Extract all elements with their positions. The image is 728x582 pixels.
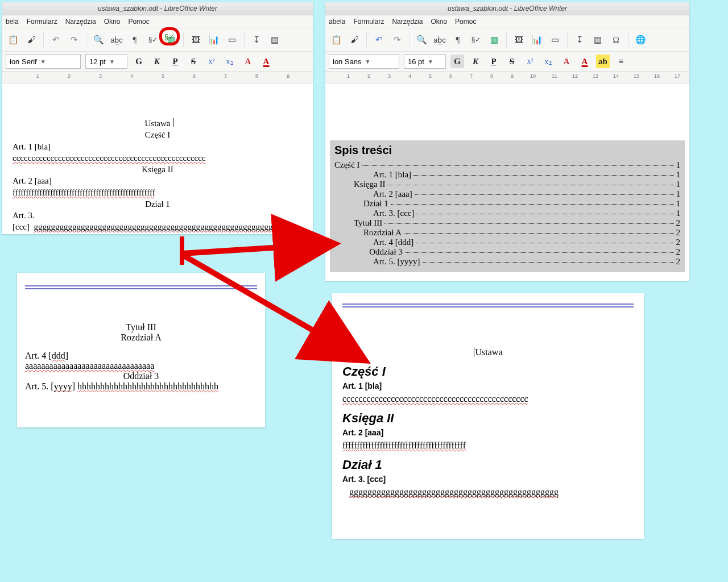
- menu-item[interactable]: Formularz: [27, 15, 57, 28]
- body-text: cccccccccccccccccccccccccccccccccccccccc…: [342, 394, 634, 404]
- pagebreak-icon[interactable]: ↧: [572, 32, 587, 47]
- special-char-icon[interactable]: Ω: [609, 32, 623, 47]
- legal-numbering-icon[interactable]: §✓: [469, 32, 483, 47]
- strike-button[interactable]: S: [187, 55, 200, 68]
- underline-button[interactable]: P: [487, 55, 500, 68]
- chevron-down-icon: ▼: [109, 59, 115, 65]
- italic-button[interactable]: K: [150, 55, 164, 68]
- hyperlink-icon[interactable]: 🌐: [633, 32, 648, 47]
- doc-title: Ustawa: [342, 347, 634, 357]
- redo-icon[interactable]: ↷: [390, 32, 404, 47]
- find-icon[interactable]: 🔍: [91, 32, 106, 47]
- align-button[interactable]: ≡: [614, 55, 628, 68]
- heading-art4: Art. 4 [ddd]: [25, 351, 257, 361]
- toc-row: Rozdział A2: [334, 228, 680, 238]
- heading-rozdzial: Rozdział A: [25, 332, 257, 343]
- toc-row: Księga II1: [334, 180, 680, 189]
- pagebreak-icon[interactable]: ↧: [249, 32, 264, 47]
- ruler: 12 34 56 78 910 1112 1314 1516 17: [325, 72, 689, 84]
- toc-title: Spis treści: [334, 144, 680, 157]
- formatting-marks-icon[interactable]: ¶: [127, 32, 142, 47]
- heading-art5: Art. 5. [yyyy] hhhhhhhhhhhhhhhhhhhhhhhhh…: [25, 381, 257, 392]
- format-paint-icon[interactable]: 🖌: [347, 32, 362, 47]
- body-text: aaaaaaaaaaaaaaaaaaaaaaaaaaaaaaaa: [25, 361, 257, 371]
- superscript-button[interactable]: x²: [523, 55, 537, 68]
- superscript-button[interactable]: x²: [205, 55, 218, 68]
- highlight-button[interactable]: ab: [596, 55, 610, 68]
- svg-line-1: [182, 246, 307, 253]
- heading-czesc: Część I: [13, 129, 303, 140]
- find-icon[interactable]: 🔍: [414, 32, 429, 47]
- textbox-icon[interactable]: ▭: [548, 32, 562, 47]
- underline-button[interactable]: P: [168, 55, 182, 68]
- subscript-button[interactable]: x₂: [223, 55, 237, 68]
- redo-icon[interactable]: ↷: [67, 32, 81, 47]
- menu-item[interactable]: Narzędzia: [65, 15, 96, 28]
- toc-row: Część I1: [334, 160, 680, 170]
- menubar[interactable]: abela Formularz Narzędzia Okno Pomoc: [325, 15, 689, 28]
- paste-icon[interactable]: 📋: [329, 32, 344, 47]
- chart-icon[interactable]: 📊: [530, 32, 544, 47]
- field-icon[interactable]: ▤: [267, 32, 282, 47]
- font-name: ion Serif: [10, 57, 37, 66]
- toolbar-main: 📋 🖌 ↶ ↷ 🔍 ab̲c ¶ §✓ ▦ 🖼 📊 ▭ ↧ ▤ §✓: [2, 28, 313, 52]
- bold-button[interactable]: G: [450, 55, 464, 68]
- font-color-button[interactable]: A: [259, 55, 273, 68]
- menu-item[interactable]: abela: [329, 15, 345, 28]
- separator: [43, 32, 44, 47]
- paste-icon[interactable]: 📋: [6, 32, 20, 47]
- font-size: 12 pt: [89, 57, 106, 66]
- heading-art2: Art. 2 [aaa]: [342, 428, 634, 437]
- spellcheck-icon[interactable]: ab̲c: [109, 32, 124, 47]
- body-text: gggggggggggggggggggggggggggggggggggggggg…: [349, 487, 634, 497]
- chart-icon[interactable]: 📊: [206, 32, 221, 47]
- field-icon[interactable]: ▤: [590, 32, 605, 47]
- heading-ksiega: Księga II: [13, 164, 303, 175]
- document-page[interactable]: Spis treści Część I1Art. 1 [bla]1Księga …: [325, 84, 689, 272]
- menu-item[interactable]: Pomoc: [128, 15, 149, 28]
- table-icon[interactable]: ▦: [487, 32, 502, 47]
- image-icon[interactable]: 🖼: [511, 32, 526, 47]
- clear-format-button[interactable]: A: [560, 55, 573, 68]
- separator: [366, 32, 367, 47]
- titlebar: ustawa_szablon.odt - LibreOffice Writer: [2, 2, 313, 15]
- toc-box: Spis treści Część I1Art. 1 [bla]1Księga …: [330, 140, 685, 272]
- menu-item[interactable]: Formularz: [353, 15, 384, 28]
- body-text: ffffffffffffffffffffffffffffffffffffffff…: [342, 440, 634, 451]
- image-icon[interactable]: 🖼: [188, 32, 203, 47]
- legal-numbering-icon[interactable]: §✓: [146, 32, 160, 47]
- formatting-marks-icon[interactable]: ¶: [450, 32, 465, 47]
- font-size-combo[interactable]: 12 pt ▼: [85, 54, 127, 69]
- undo-icon[interactable]: ↶: [48, 32, 63, 47]
- separator: [244, 32, 245, 47]
- subscript-button[interactable]: x₂: [541, 55, 555, 68]
- spellcheck-icon[interactable]: ab̲c: [432, 32, 447, 47]
- format-paint-icon[interactable]: 🖌: [24, 32, 39, 47]
- menu-item[interactable]: bela: [6, 15, 19, 28]
- header-divider: [342, 304, 634, 307]
- font-color-button[interactable]: A: [578, 55, 592, 68]
- heading-art1: Art. 1 [bla]: [13, 141, 303, 152]
- titlebar: ustawa_szablon.odt - LibreOffice Writer: [325, 2, 689, 15]
- toc-row: Art. 4 [ddd]2: [334, 238, 680, 247]
- toolbar-formatting: ion Serif ▼ 12 pt ▼ G K P S x² x₂ A A: [2, 52, 313, 72]
- toc-row: Art. 1 [bla]1: [334, 170, 680, 180]
- heading-dzial: Dział 1: [13, 198, 303, 210]
- menu-item[interactable]: Pomoc: [455, 15, 476, 28]
- italic-button[interactable]: K: [469, 55, 482, 68]
- textbox-icon[interactable]: ▭: [225, 32, 239, 47]
- font-name-combo[interactable]: ion Sans ▼: [329, 54, 399, 69]
- bold-button[interactable]: G: [132, 55, 146, 68]
- menu-item[interactable]: Okno: [104, 15, 121, 28]
- document-page[interactable]: Ustawa Część I Art. 1 [bla] cccccccccccc…: [2, 84, 313, 234]
- menubar[interactable]: bela Formularz Narzędzia Okno Pomoc: [2, 15, 313, 28]
- undo-icon[interactable]: ↶: [371, 32, 386, 47]
- font-name: ion Sans: [333, 57, 362, 66]
- font-name-combo[interactable]: ion Serif ▼: [6, 54, 81, 69]
- menu-item[interactable]: Narzędzia: [392, 15, 423, 28]
- font-size-combo[interactable]: 16 pt ▼: [404, 54, 446, 69]
- strike-button[interactable]: S: [505, 55, 519, 68]
- menu-item[interactable]: Okno: [431, 15, 447, 28]
- clear-format-button[interactable]: A: [241, 55, 255, 68]
- font-size: 16 pt: [408, 57, 424, 66]
